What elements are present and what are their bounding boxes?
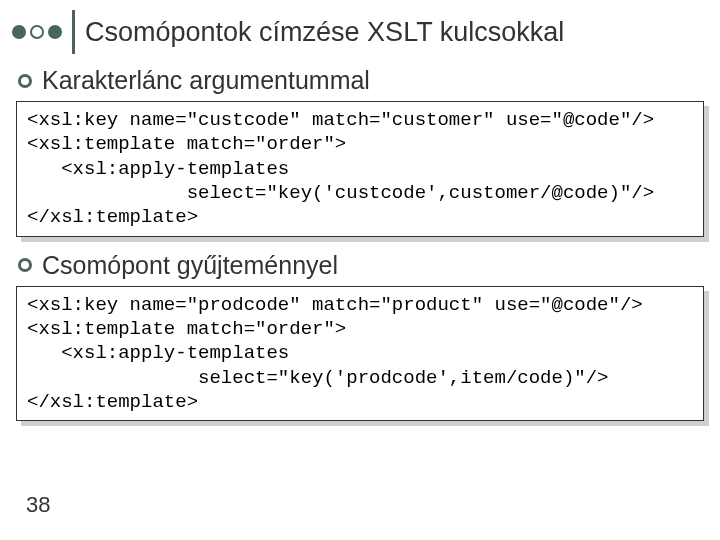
bullet-item: Csomópont gyűjteménnyel bbox=[18, 251, 708, 280]
slide-title: Csomópontok címzése XSLT kulcsokkal bbox=[85, 17, 564, 48]
dot-icon bbox=[12, 25, 26, 39]
section-heading-2: Csomópont gyűjteménnyel bbox=[42, 251, 338, 280]
slide-header: Csomópontok címzése XSLT kulcsokkal bbox=[12, 10, 708, 54]
dot-icon bbox=[30, 25, 44, 39]
code-block-2: <xsl:key name="prodcode" match="product"… bbox=[16, 286, 704, 422]
page-number: 38 bbox=[26, 492, 50, 518]
bullet-item: Karakterlánc argumentummal bbox=[18, 66, 708, 95]
code-block-2-wrap: <xsl:key name="prodcode" match="product"… bbox=[16, 286, 704, 422]
vertical-divider bbox=[72, 10, 75, 54]
bullet-icon bbox=[18, 74, 32, 88]
dot-icon bbox=[48, 25, 62, 39]
code-block-1-wrap: <xsl:key name="custcode" match="customer… bbox=[16, 101, 704, 237]
bullet-icon bbox=[18, 258, 32, 272]
decorative-dots bbox=[12, 25, 62, 39]
section-heading-1: Karakterlánc argumentummal bbox=[42, 66, 370, 95]
code-block-1: <xsl:key name="custcode" match="customer… bbox=[16, 101, 704, 237]
